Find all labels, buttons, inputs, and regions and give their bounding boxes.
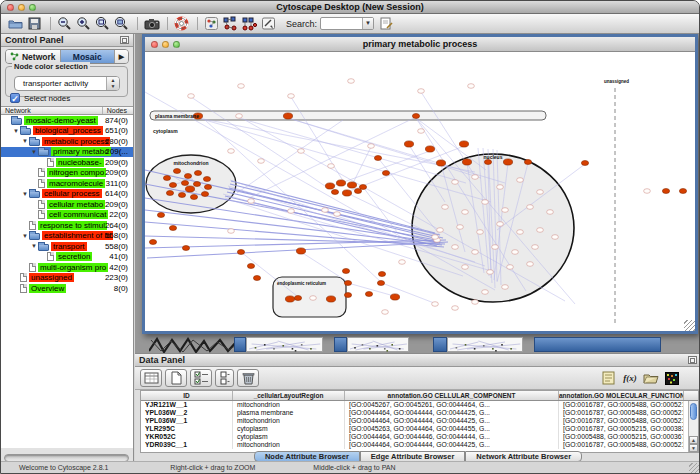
node-color-dropdown[interactable]: transporter activity ▲▼ [14, 76, 120, 91]
gene-node[interactable] [507, 265, 514, 270]
gene-node[interactable] [497, 222, 504, 227]
tree-item-establishment-of-lo[interactable]: ▼establishment of lo558(0) [1, 231, 133, 242]
table-row-ylr295c[interactable]: YLR295Ccytoplasm[GO:0045263, GO:0044464,… [141, 425, 688, 433]
gene-node[interactable] [377, 281, 384, 286]
zoom-fit-button[interactable] [113, 15, 130, 32]
gene-node[interactable] [378, 272, 385, 277]
gene-node[interactable] [484, 160, 491, 165]
gene-node[interactable] [184, 174, 191, 179]
gene-node[interactable] [181, 181, 188, 186]
gene-node[interactable] [288, 209, 295, 214]
gene-node[interactable] [462, 210, 469, 215]
table-row-ypl036w-2[interactable]: YPL036W__2plasma membrane[GO:0044464, GO… [141, 409, 688, 417]
gene-node[interactable] [348, 79, 355, 84]
table-row-ypl036w-1[interactable]: YPL036W__1mitochondrion[GO:0044464, GO:0… [141, 417, 688, 425]
gene-node[interactable] [203, 177, 210, 182]
gene-node[interactable] [457, 225, 464, 230]
gene-node[interactable] [537, 190, 544, 195]
gene-node[interactable] [288, 94, 295, 99]
gene-node[interactable] [432, 235, 439, 240]
gene-node[interactable] [185, 186, 194, 192]
apply-layout-button[interactable] [222, 15, 239, 32]
column-header-id[interactable]: ID [141, 391, 233, 400]
gene-node[interactable] [374, 156, 381, 161]
gene-node[interactable] [331, 190, 338, 195]
expand-arrow-icon[interactable]: ▼ [21, 136, 29, 146]
gene-node[interactable] [436, 160, 445, 166]
tree-item-macromolecule[interactable]: macromolecule311(0) [1, 178, 133, 189]
gene-node[interactable] [166, 191, 173, 196]
tab-overflow-button[interactable]: ▶ [115, 50, 128, 63]
gene-node[interactable] [502, 285, 509, 290]
save-session-button[interactable] [26, 15, 43, 32]
minimized-frame-preview[interactable] [347, 337, 409, 352]
column-header-annotation-go-cellular-component[interactable]: annotation.GO CELLULAR_COMPONENT [345, 391, 559, 400]
gene-node[interactable] [390, 294, 399, 300]
table-row-yjr121w-1[interactable]: YJR121W__1mitochondrion[GO:0045267, GO:0… [141, 401, 688, 409]
gene-node[interactable] [247, 264, 254, 269]
gene-node[interactable] [517, 178, 524, 183]
frame-zoom-button[interactable] [173, 41, 180, 48]
gene-node[interactable] [182, 246, 189, 251]
tree-item-multi-organism-pro[interactable]: multi-organism pro42(0) [1, 262, 133, 273]
gene-node[interactable] [459, 141, 468, 147]
float-panel-icon[interactable] [688, 356, 697, 364]
gene-node[interactable] [452, 180, 459, 185]
gene-node[interactable] [503, 159, 512, 165]
column-header-annotation-go-molecular-function[interactable]: annotation.GO MOLECULAR_FUNCTION [559, 391, 684, 400]
vizmapper-button[interactable] [203, 15, 220, 32]
open-session-button[interactable] [7, 15, 24, 32]
tree-item-unassigned[interactable]: unassigned223(0) [1, 273, 133, 284]
export-image-button[interactable] [143, 15, 160, 32]
tree-item-transport[interactable]: ▼transport558(0) [1, 241, 133, 252]
gene-node[interactable] [502, 208, 509, 213]
zoom-selected-button[interactable] [94, 15, 111, 32]
zoom-in-button[interactable] [75, 15, 92, 32]
zoom-out-button[interactable] [56, 15, 73, 32]
minimized-overview-thumbnail[interactable] [149, 337, 241, 353]
gene-node[interactable] [178, 193, 185, 198]
close-button[interactable] [7, 4, 14, 11]
expand-arrow-icon[interactable]: ▼ [30, 147, 38, 157]
frame-close-button[interactable] [151, 41, 158, 48]
gene-node[interactable] [310, 296, 317, 301]
gene-node[interactable] [298, 149, 305, 154]
gene-node[interactable] [412, 114, 419, 119]
window-resize-grip[interactable] [689, 463, 699, 473]
gene-node[interactable] [418, 129, 425, 134]
gene-node[interactable] [662, 189, 669, 194]
expand-arrow-icon[interactable]: ▼ [12, 126, 20, 136]
gene-node[interactable] [532, 245, 539, 250]
select-attributes-button[interactable] [190, 369, 212, 387]
gene-node[interactable] [581, 161, 588, 166]
gene-node[interactable] [149, 240, 156, 245]
gene-node[interactable] [347, 182, 356, 188]
frame-resize-grip[interactable] [684, 320, 695, 331]
gene-node[interactable] [322, 208, 329, 213]
select-nodes-checkbox[interactable]: ✓ [10, 93, 20, 103]
gene-node[interactable] [418, 89, 425, 94]
gene-node[interactable] [437, 228, 444, 233]
gene-node[interactable] [157, 213, 164, 218]
gene-node[interactable] [472, 175, 479, 180]
gene-node[interactable] [527, 205, 534, 210]
gene-node[interactable] [537, 228, 544, 233]
table-row-ykr052c[interactable]: YKR052Ccytoplasm[GO:0044464, GO:0044446,… [141, 433, 688, 441]
gene-node[interactable] [527, 262, 534, 267]
gene-node[interactable] [169, 226, 176, 231]
table-row-ydr039c-1[interactable]: YDR039C__1mitochondrion[GO:0044464, GO:0… [141, 441, 688, 449]
gene-node[interactable] [482, 290, 489, 295]
tree-item-nucleobase[interactable]: nucleobase-209(0) [1, 157, 133, 168]
minimize-button[interactable] [18, 4, 25, 11]
gene-node[interactable] [201, 192, 208, 197]
minimized-frame-titlebar[interactable] [234, 337, 246, 352]
delete-attribute-button[interactable] [237, 369, 259, 387]
gene-node[interactable] [399, 260, 406, 265]
expand-arrow-icon[interactable]: ▼ [30, 241, 38, 251]
gene-node[interactable] [328, 164, 335, 169]
minimized-frame-preview[interactable] [447, 337, 523, 352]
table-vertical-scrollbar[interactable]: ▲ ▼ [688, 401, 698, 452]
gene-node[interactable] [354, 189, 361, 194]
gene-node[interactable] [344, 293, 351, 298]
gene-node[interactable] [188, 94, 195, 99]
